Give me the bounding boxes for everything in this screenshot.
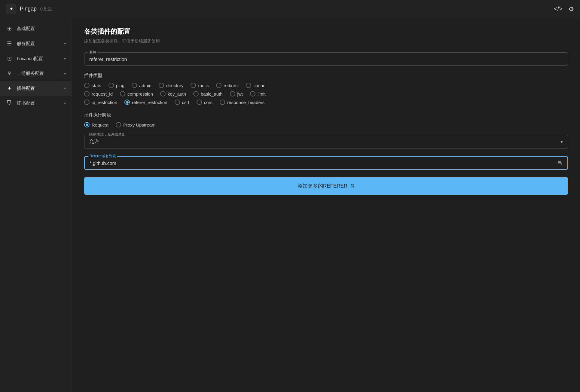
exec-stage-section: 插件执行阶段 Request Proxy Upstream [84,112,568,127]
settings-icon[interactable]: ⚙ [569,5,574,13]
referer-wrapper: Referer域名列表 [84,156,568,170]
radio-mock[interactable]: mock [191,83,209,88]
radio-circle-compression [120,91,125,96]
sidebar-icon-cert: ⛉ [6,100,13,106]
radio-cache[interactable]: cache [246,83,265,88]
radio-label-admin: admin [139,83,151,88]
radio-ip_restriction[interactable]: ip_restriction [84,100,117,105]
mode-value: 允许 [89,139,99,145]
radio-label-stats: stats [92,83,101,88]
app-title: Pingap [20,6,37,12]
radio-limit[interactable]: limit [250,91,266,96]
radio-label-redirect: redirect [224,83,239,88]
sidebar-item-plugin[interactable]: ✦ 插件配置 ▾ [0,81,72,96]
radio-key_auth[interactable]: key_auth [160,91,186,96]
radio-label-compression: compression [127,91,153,96]
radio-response_headers[interactable]: response_headers [220,100,264,105]
topbar: ✦ Pingap 0.5.21 </> ⚙ [0,0,580,18]
sidebar-item-cert[interactable]: ⛉ 证书配置 ▾ [0,96,72,111]
radio-directory[interactable]: directory [159,83,184,88]
radio-label-proxy_upstream: Proxy Upstream [123,122,156,127]
referer-input[interactable] [90,161,552,166]
sidebar-icon-upstream: ⑂ [6,70,13,77]
chevron-down-icon: ▾ [64,41,66,46]
logo-icon: ✦ [6,4,16,14]
sidebar-label-plugin: 插件配置 [17,86,60,91]
radio-circle-ip_restriction [84,100,90,105]
name-field-wrapper: 名称 [84,52,568,66]
radio-label-basic_auth: basic_auth [201,91,223,96]
radio-circle-mock [191,83,196,88]
radio-label-cache: cache [253,83,265,88]
radio-circle-key_auth [160,91,166,96]
name-label: 名称 [88,50,98,55]
mode-dropdown[interactable]: 限制模式，允许或禁止 允许 ▾ [84,135,568,149]
sidebar-item-location[interactable]: ⊡ Location配置 ▾ [0,51,72,66]
radio-circle-ping [108,83,114,88]
plugin-type-row1: stats ping admin directory mock redirect… [84,83,568,88]
plugin-type-row2: request_id compression key_auth basic_au… [84,91,568,96]
radio-basic_auth[interactable]: basic_auth [193,91,223,96]
dropdown-arrow-icon: ▾ [560,139,563,145]
radio-label-request: Request [92,122,108,127]
referer-label: Referer域名列表 [88,154,117,159]
radio-label-request_id: request_id [92,91,113,96]
chevron-down-icon: ▾ [64,72,66,76]
radio-csrf[interactable]: csrf [175,100,189,105]
code-icon[interactable]: </> [554,5,563,12]
sidebar-item-upstream[interactable]: ⑂ 上游服务配置 ▾ [0,66,72,81]
topbar-right: </> ⚙ [554,5,574,13]
radio-label-cors: cors [204,100,212,105]
radio-label-jwt: jwt [237,91,243,96]
radio-label-directory: directory [166,83,184,88]
mode-field-group: 限制模式，允许或禁止 允许 ▾ [84,135,568,149]
radio-referer_restriction[interactable]: referer_restriction [124,100,167,105]
radio-circle-basic_auth [193,91,199,96]
radio-circle-cors [197,100,202,105]
sidebar-icon-basic: ⊞ [6,25,13,32]
radio-cors[interactable]: cors [197,100,212,105]
radio-stats[interactable]: stats [84,83,101,88]
radio-ping[interactable]: ping [108,83,124,88]
radio-label-csrf: csrf [182,100,189,105]
exec-stage-group: Request Proxy Upstream [84,122,568,127]
radio-circle-directory [159,83,164,88]
radio-label-mock: mock [198,83,209,88]
chevron-down-icon: ▾ [64,86,66,90]
sidebar-item-service[interactable]: ☰ 服务配置 ▾ [0,36,72,51]
radio-request[interactable]: Request [84,122,108,127]
radio-circle-redirect [216,83,221,88]
radio-circle-limit [250,91,255,96]
sidebar-item-basic[interactable]: ⊞ 基础配置 [0,21,72,36]
name-input[interactable] [89,57,563,62]
radio-label-limit: limit [258,91,266,96]
radio-circle-request_id [84,91,90,96]
radio-compression[interactable]: compression [120,91,153,96]
radio-circle-response_headers [220,100,225,105]
app-version: 0.5.21 [40,7,52,11]
radio-redirect[interactable]: redirect [216,83,239,88]
sidebar: ⊞ 基础配置 ☰ 服务配置 ▾ ⊡ Location配置 ▾ ⑂ 上游服务配置 … [0,18,72,392]
radio-admin[interactable]: admin [132,83,151,88]
add-more-button[interactable]: 添加更多的REFERER ⇅ [84,177,568,195]
sidebar-label-basic: 基础配置 [17,26,66,32]
referer-clear-icon[interactable] [557,160,563,166]
radio-label-ip_restriction: ip_restriction [92,100,117,105]
radio-circle-proxy_upstream [116,122,121,127]
sidebar-icon-plugin: ✦ [6,85,13,92]
radio-jwt[interactable]: jwt [230,91,243,96]
main-content: 各类插件的配置 添加配置各类插件，可便于后续服务使用 名称 插件类型 stats… [72,18,580,392]
radio-label-referer_restriction: referer_restriction [132,100,167,105]
radio-circle-admin [132,83,137,88]
mode-label: 限制模式，允许或禁止 [88,132,127,137]
radio-circle-csrf [175,100,180,105]
page-subtitle: 添加配置各类插件，可便于后续服务使用 [84,38,568,44]
radio-label-response_headers: response_headers [227,100,264,105]
layout: ⊞ 基础配置 ☰ 服务配置 ▾ ⊡ Location配置 ▾ ⑂ 上游服务配置 … [0,18,580,392]
radio-request_id[interactable]: request_id [84,91,113,96]
page-title: 各类插件的配置 [84,27,568,36]
add-more-icon: ⇅ [350,183,355,189]
sidebar-label-upstream: 上游服务配置 [17,71,60,76]
exec-stage-label: 插件执行阶段 [84,112,568,118]
radio-proxy_upstream[interactable]: Proxy Upstream [116,122,156,127]
